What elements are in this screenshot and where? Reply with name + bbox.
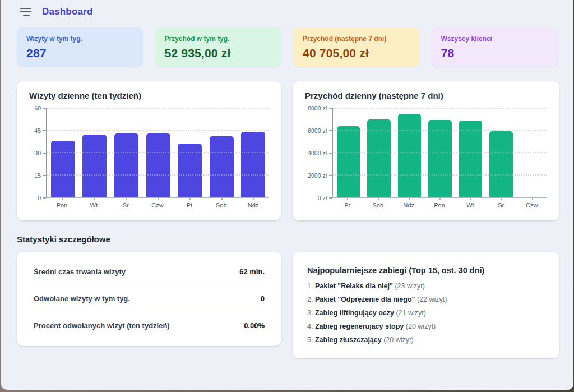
top-treatments-card: Najpopularniejsze zabiegi (Top 15, ost. … — [293, 252, 559, 358]
stat-card-value: 78 — [441, 47, 549, 60]
gridline — [47, 130, 269, 131]
y-tick-label: 2000 zł — [308, 172, 327, 179]
y-tick-label: 6000 zł — [308, 127, 327, 134]
treatment-count: (20 wizyt) — [383, 336, 413, 344]
revenue-chart-card: Przychód dzienny (następne 7 dni) 0 zł20… — [293, 81, 559, 220]
x-axis-labels: PonWtŚrCzwPtSobNdz — [46, 198, 269, 213]
stat-card-label: Wszyscy klienci — [441, 35, 549, 43]
y-tick-label: 0 zł — [318, 195, 327, 201]
x-tick-label: Pt — [332, 198, 363, 213]
x-tick-label: Śr — [485, 198, 516, 213]
bar-Ndz — [241, 132, 265, 197]
gridline — [333, 174, 547, 176]
y-tick-label: 0 — [38, 195, 41, 201]
stat-card-0: Wizyty w tym tyg.287 — [17, 27, 144, 67]
x-tick-label: Ndz — [237, 198, 269, 213]
gridline — [47, 152, 269, 153]
stat-card-value: 40 705,00 zł — [303, 47, 410, 60]
stat-cards-row: Wizyty w tym tyg.287Przychód w tym tyg.5… — [17, 27, 558, 67]
y-tick-label: 60 — [34, 105, 41, 112]
header: Dashboard — [1, 0, 573, 20]
y-tick-label: 15 — [34, 172, 41, 179]
x-tick-label: Sob — [363, 198, 394, 213]
bar-Sob — [210, 136, 234, 197]
treatment-rank: 2. — [307, 296, 313, 303]
bar-Wt — [459, 121, 482, 197]
treatment-count: (20 wizyt) — [406, 322, 436, 330]
treatment-name: Pakiet "Relaks dla niej" — [315, 282, 393, 290]
top-treatments-list: 1. Pakiet "Relaks dla niej" (23 wizyt)2.… — [307, 282, 545, 344]
y-tick-label: 30 — [34, 150, 41, 156]
x-tick-label: Pon — [46, 198, 78, 213]
treatment-name: Zabieg złuszczający — [315, 336, 382, 344]
stats-row-label: Procent odwołanych wizyt (ten tydzień) — [34, 321, 170, 330]
y-tick-label: 4000 zł — [308, 150, 327, 156]
treatment-item-5: 5. Zabieg złuszczający (20 wizyt) — [307, 336, 545, 344]
stats-row-2: Procent odwołanych wizyt (ten tydzień)0.… — [34, 312, 265, 339]
x-tick-label: Wt — [455, 198, 485, 213]
x-axis-labels: PtSobNdzPonWtŚrCzw — [332, 198, 547, 213]
x-tick-label: Pt — [173, 198, 205, 213]
gridline — [47, 108, 269, 109]
plot-area — [46, 108, 269, 198]
y-axis: 015304560 — [29, 108, 46, 198]
treatment-count: (21 wizyt) — [396, 309, 425, 317]
treatment-item-3: 3. Zabieg liftingujący oczy (21 wizyt) — [307, 309, 545, 317]
treatment-name: Zabieg regenerujący stopy — [315, 322, 404, 330]
revenue-bar-chart: 0 zł2000 zł4000 zł6000 zł8000 zł PtSobNd… — [305, 108, 547, 213]
bar-Wt — [82, 135, 107, 197]
treatment-rank: 4. — [307, 322, 313, 330]
bar-Pon — [428, 120, 451, 197]
app-window: Dashboard Wizyty w tym tyg.287Przychód w… — [0, 0, 574, 392]
stat-card-label: Wizyty w tym tyg. — [26, 35, 134, 43]
page-title: Dashboard — [42, 6, 93, 17]
bar-Śr — [114, 133, 138, 197]
bar-Śr — [489, 131, 512, 197]
visits-bar-chart: 015304560 PonWtŚrCzwPtSobNdz — [29, 108, 269, 213]
stat-card-label: Przychód (następne 7 dni) — [303, 35, 410, 43]
gridline — [333, 108, 547, 109]
y-axis: 0 zł2000 zł4000 zł6000 zł8000 zł — [305, 108, 332, 198]
treatment-rank: 5. — [307, 336, 313, 344]
x-tick-label: Śr — [110, 198, 142, 213]
revenue-chart-title: Przychód dzienny (następne 7 dni) — [305, 91, 547, 100]
stat-card-value: 52 935,00 zł — [165, 47, 272, 60]
visits-chart-title: Wizyty dzienne (ten tydzień) — [29, 91, 269, 100]
stats-row-value: 0 — [261, 294, 265, 303]
stats-row-0: Średni czas trwania wizyty62 min. — [34, 259, 265, 285]
dashboard-page: Dashboard Wizyty w tym tyg.287Przychód w… — [1, 0, 573, 390]
stats-row-1: Odwołane wizyty w tym tyg.0 — [34, 285, 265, 312]
stats-row-value: 62 min. — [239, 268, 265, 276]
stat-card-label: Przychód w tym tyg. — [165, 35, 272, 43]
x-tick-label: Czw — [142, 198, 174, 213]
y-tick-label: 8000 zł — [308, 105, 327, 112]
stat-card-3: Wszyscy klienci78 — [432, 27, 558, 67]
treatment-name: Zabieg liftingujący oczy — [315, 309, 394, 317]
x-tick-label: Czw — [516, 198, 547, 213]
visits-chart-card: Wizyty dzienne (ten tydzień) 015304560 P… — [17, 81, 281, 220]
top-treatments-title: Najpopularniejsze zabiegi (Top 15, ost. … — [307, 266, 545, 275]
treatment-item-4: 4. Zabieg regenerujący stopy (20 wizyt) — [307, 322, 545, 330]
treatment-rank: 3. — [307, 309, 313, 317]
treatment-count: (23 wizyt) — [395, 282, 424, 290]
y-tick-label: 45 — [34, 127, 41, 134]
stats-row-value: 0.00% — [244, 321, 265, 330]
gridline — [333, 152, 547, 153]
stat-card-1: Przychód w tym tyg.52 935,00 zł — [155, 27, 282, 67]
treatment-name: Pakiet "Odprężenie dla niego" — [315, 296, 415, 303]
bar-Pon — [51, 141, 75, 197]
charts-row: Wizyty dzienne (ten tydzień) 015304560 P… — [17, 81, 558, 220]
detailed-stats-card: Średni czas trwania wizyty62 min.Odwołan… — [17, 252, 281, 346]
x-tick-label: Ndz — [394, 198, 424, 213]
stats-row-label: Średni czas trwania wizyty — [34, 268, 126, 276]
menu-icon[interactable] — [20, 8, 32, 16]
treatment-rank: 1. — [307, 282, 313, 290]
gridline — [47, 174, 269, 176]
bar-Pt — [337, 126, 360, 197]
stats-row-label: Odwołane wizyty w tym tyg. — [34, 294, 130, 303]
stat-card-value: 287 — [26, 47, 134, 60]
treatment-item-1: 1. Pakiet "Relaks dla niej" (23 wizyt) — [307, 282, 545, 290]
treatment-count: (22 wizyt) — [417, 296, 447, 303]
plot-area — [332, 108, 547, 198]
bottom-row: Średni czas trwania wizyty62 min.Odwołan… — [17, 252, 558, 358]
